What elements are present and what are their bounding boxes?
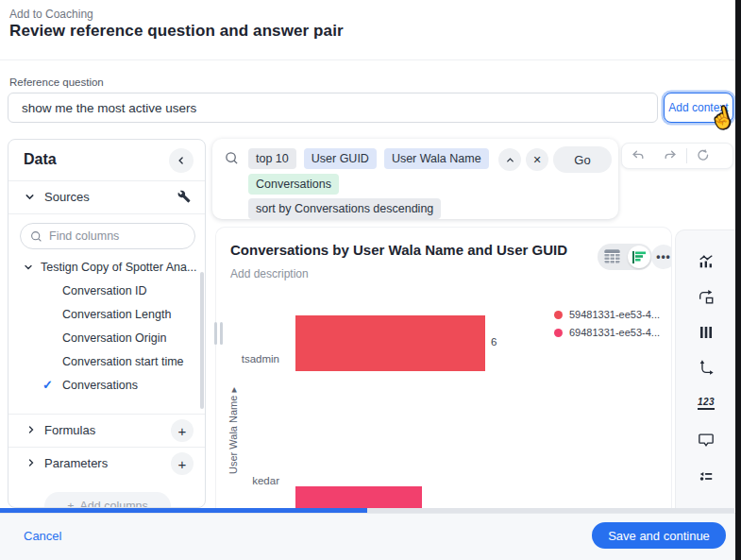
close-icon: ✕ (532, 154, 541, 166)
sources-label: Sources (44, 190, 90, 204)
legend-dot (554, 311, 563, 319)
search-token[interactable]: sort by Conversations descending (248, 198, 441, 219)
collapse-panel-button[interactable] (169, 148, 194, 173)
formulas-label: Formulas (44, 423, 95, 437)
history-controls (621, 143, 733, 169)
answer-panel: Conversations by User Wala Name and User… (215, 227, 672, 508)
search-icon (225, 151, 239, 165)
column-item[interactable]: ✓Conversations (8, 375, 205, 399)
data-panel: Data Sources Find columns Testign Copy o… (8, 139, 206, 508)
column-label: Conversation Origin (62, 331, 166, 345)
reference-question-input[interactable] (8, 93, 658, 123)
column-item[interactable]: Conversation ID (8, 280, 205, 304)
scrollbar-thumb[interactable] (200, 272, 204, 409)
bar-tsadmin[interactable] (295, 315, 485, 371)
legend-label: 69481331-ee53-4... (569, 327, 660, 338)
undo-button[interactable] (622, 144, 654, 168)
y-axis-label[interactable]: User Wala Name ▸ (227, 355, 241, 506)
chart-view-icon[interactable] (628, 246, 650, 268)
legend-item[interactable]: 59481331-ee53-4... (554, 309, 660, 320)
legend-dot (554, 329, 563, 337)
legend-settings-icon[interactable] (698, 467, 715, 484)
cancel-button[interactable]: Cancel (24, 529, 61, 543)
axis-expand-icon: ▸ (227, 387, 239, 393)
token-row: sort by Conversations descending (248, 198, 441, 219)
columns-tree: Testign Copy of Spotter Ana... Conversat… (8, 257, 205, 414)
token-row: Conversations (248, 174, 339, 195)
data-panel-title: Data (24, 151, 57, 168)
add-to-coaching-dialog: Add to Coaching Review reference questio… (0, 0, 741, 560)
add-columns-button[interactable]: + Add columns (44, 492, 171, 508)
chevron-down-icon (23, 262, 34, 273)
chevron-right-icon (25, 424, 37, 435)
search-token[interactable]: top 10 (248, 148, 296, 169)
table-chart-toggle[interactable] (598, 244, 652, 270)
search-token[interactable]: User GUID (304, 148, 377, 169)
window-edge (735, 0, 741, 560)
wrench-icon[interactable] (177, 190, 191, 203)
search-token[interactable]: Conversations (248, 174, 339, 195)
add-formula-button[interactable]: + (171, 419, 194, 442)
redo-button[interactable] (654, 144, 686, 168)
clear-search-button[interactable]: ✕ (526, 148, 548, 171)
footer: Cancel Save and continue (0, 513, 735, 560)
panel-resize-handle[interactable] (214, 322, 223, 345)
collapse-search-button[interactable] (498, 148, 521, 171)
add-context-button[interactable]: Add context (664, 93, 733, 123)
source-name: Testign Copy of Spotter Ana... (41, 261, 196, 274)
column-label: Conversation ID (62, 284, 147, 297)
breadcrumb: Add to Coaching (9, 8, 93, 21)
change-visualization-icon[interactable] (698, 253, 715, 270)
save-and-continue-button[interactable]: Save and continue (592, 522, 726, 549)
check-icon: ✓ (42, 378, 53, 392)
parameters-label: Parameters (44, 456, 108, 470)
token-row: top 10User GUIDUser Wala Name (248, 148, 489, 169)
value-label: 6 (491, 336, 497, 348)
column-item[interactable]: Conversation Length (8, 304, 205, 328)
axes-icon[interactable] (698, 359, 715, 376)
legend-label: 59481331-ee53-4... (569, 309, 660, 320)
chevron-up-icon (505, 155, 515, 165)
column-label: Conversation Length (62, 308, 171, 321)
number-format-icon[interactable]: 123 (698, 395, 715, 412)
undo-icon (631, 148, 646, 163)
find-columns-placeholder: Find columns (49, 229, 119, 243)
answer-title: Conversations by User Wala Name and User… (230, 242, 567, 258)
source-row[interactable]: Testign Copy of Spotter Ana... (8, 257, 205, 280)
column-item[interactable]: Conversation start time (8, 351, 205, 375)
header-divider (0, 59, 735, 60)
tooltip-display-icon[interactable] (698, 431, 715, 448)
data-panel-header: Data (8, 140, 205, 181)
divider (8, 213, 205, 214)
parameters-section[interactable]: Parameters + (8, 448, 205, 480)
column-label: Conversations (62, 379, 138, 392)
search-icon (30, 230, 42, 243)
column-item[interactable]: Conversation Origin (8, 328, 205, 351)
refresh-icon (696, 148, 711, 163)
table-view-icon[interactable] (604, 249, 620, 263)
refresh-button[interactable] (687, 144, 719, 168)
find-columns-input[interactable]: Find columns (20, 223, 195, 249)
answer-toolbar: 123 (675, 229, 735, 508)
search-bar: top 10User GUIDUser Wala Name Conversati… (212, 139, 618, 219)
reference-question-label: Reference question (9, 76, 104, 88)
chevron-down-icon (24, 191, 36, 203)
page-title: Review reference question and answer pai… (9, 22, 344, 41)
bar-kedar[interactable] (295, 486, 422, 508)
chevron-right-icon (25, 457, 37, 468)
formulas-section[interactable]: Formulas + (8, 415, 205, 447)
more-options-button[interactable]: ••• (651, 245, 672, 269)
legend-item[interactable]: 69481331-ee53-4... (554, 327, 660, 338)
redo-icon (663, 148, 678, 163)
chevron-left-icon (176, 155, 187, 166)
add-parameter-button[interactable]: + (171, 452, 194, 475)
add-columns-label: Add columns (80, 500, 148, 508)
pivot-icon[interactable] (698, 289, 715, 306)
add-description[interactable]: Add description (230, 267, 309, 280)
search-token[interactable]: User Wala Name (384, 148, 489, 169)
column-label: Conversation start time (62, 355, 184, 368)
go-button[interactable]: Go (553, 146, 612, 173)
sources-row[interactable]: Sources (8, 182, 205, 212)
plus-icon: + (67, 500, 74, 508)
columns-icon[interactable] (698, 324, 715, 341)
